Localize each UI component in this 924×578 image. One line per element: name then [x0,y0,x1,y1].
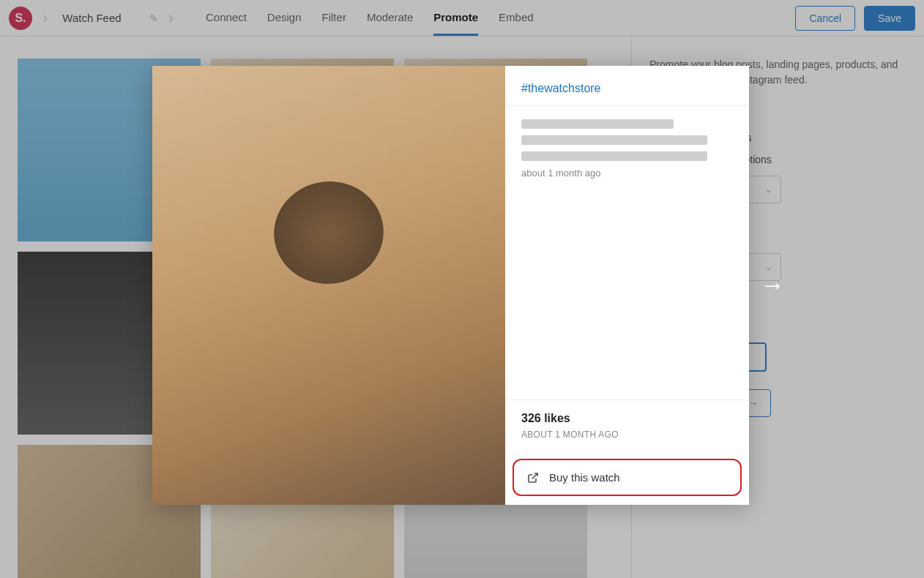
post-image [152,66,505,505]
likes-count: 326 likes [521,412,733,425]
likes-time: ABOUT 1 MONTH AGO [521,429,733,440]
post-caption: about 1 month ago [505,106,749,192]
post-modal: #thewatchstore about 1 month ago 326 lik… [152,66,749,505]
caption-placeholder [521,135,707,145]
post-time-ago: about 1 month ago [521,168,733,179]
caption-placeholder [521,119,674,129]
post-hashtag[interactable]: #thewatchstore [505,66,749,106]
likes-block: 326 likes ABOUT 1 MONTH AGO [505,399,749,451]
external-link-icon [527,472,539,484]
buy-cta-button[interactable]: Buy this watch [513,459,742,496]
cta-label: Buy this watch [549,471,620,484]
arrow-annotation-icon: → [760,271,785,299]
caption-placeholder [521,151,707,161]
post-details: #thewatchstore about 1 month ago 326 lik… [505,66,749,505]
